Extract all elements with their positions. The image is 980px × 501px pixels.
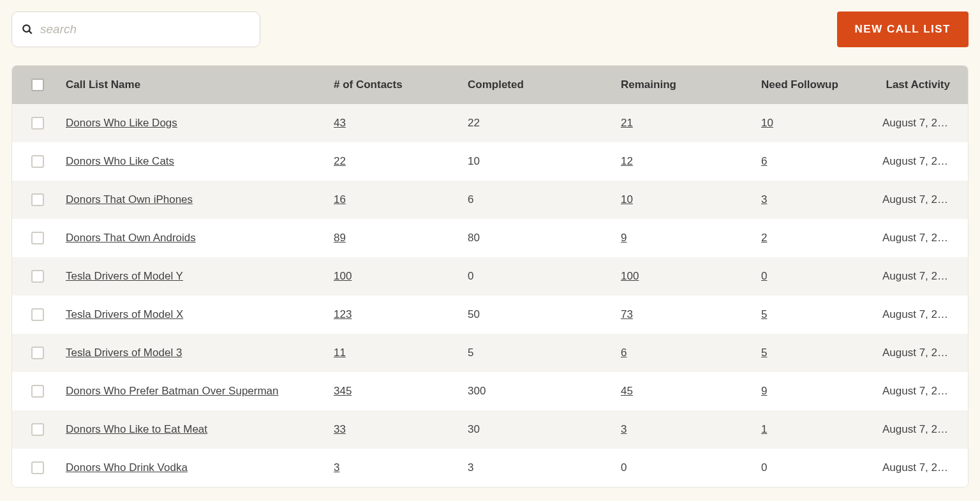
contacts-count-link[interactable]: 100 <box>334 270 352 282</box>
table-row: Donors Who Like Cats2210126August 7, 201… <box>12 142 968 181</box>
last-activity-date: August 7, 2018 <box>882 308 953 320</box>
call-list-name-link[interactable]: Donors Who Prefer Batman Over Superman <box>66 385 279 397</box>
call-list-name-link[interactable]: Donors Who Like Cats <box>66 155 174 167</box>
last-activity-date: August 7, 2018 <box>882 461 953 474</box>
row-checkbox[interactable] <box>31 461 44 474</box>
contacts-count-link[interactable]: 11 <box>334 347 346 359</box>
row-checkbox[interactable] <box>31 385 44 398</box>
followup-count: 0 <box>761 461 767 474</box>
remaining-count-link[interactable]: 100 <box>621 270 639 282</box>
topbar: NEW CALL LIST <box>11 11 969 47</box>
last-activity-date: August 7, 2018 <box>882 232 953 244</box>
followup-count-link[interactable]: 5 <box>761 347 767 359</box>
row-checkbox[interactable] <box>31 347 44 359</box>
last-activity-date: August 7, 2018 <box>882 423 953 435</box>
completed-count: 5 <box>468 347 473 359</box>
table-row: Donors That Own Androids898092August 7, … <box>12 219 968 257</box>
col-header-remaining: Remaining <box>618 79 759 91</box>
followup-count-link[interactable]: 2 <box>761 232 767 244</box>
completed-count: 3 <box>468 461 473 474</box>
remaining-count-link[interactable]: 3 <box>621 423 627 435</box>
last-activity-date: August 7, 2018 <box>882 155 953 167</box>
table-row: Donors Who Prefer Batman Over Superman34… <box>12 372 968 410</box>
followup-count-link[interactable]: 1 <box>761 423 767 435</box>
last-activity-date: August 7, 2018 <box>882 117 953 129</box>
completed-count: 80 <box>468 232 480 244</box>
row-checkbox[interactable] <box>31 155 44 168</box>
row-checkbox[interactable] <box>31 270 44 283</box>
remaining-count-link[interactable]: 6 <box>621 347 627 359</box>
row-checkbox[interactable] <box>31 308 44 321</box>
svg-point-0 <box>23 25 30 32</box>
remaining-count-link[interactable]: 45 <box>621 385 633 397</box>
last-activity-date: August 7, 2018 <box>882 193 953 206</box>
search-icon <box>22 24 33 35</box>
completed-count: 30 <box>468 423 480 435</box>
remaining-count-link[interactable]: 73 <box>621 308 633 320</box>
row-checkbox[interactable] <box>31 232 44 244</box>
contacts-count-link[interactable]: 16 <box>334 193 346 206</box>
contacts-count-link[interactable]: 33 <box>334 423 346 435</box>
call-list-name-link[interactable]: Donors That Own Androids <box>66 232 196 244</box>
followup-count-link[interactable]: 5 <box>761 308 767 320</box>
completed-count: 22 <box>468 117 480 129</box>
contacts-count-link[interactable]: 3 <box>334 461 339 474</box>
remaining-count-link[interactable]: 10 <box>621 193 633 206</box>
row-checkbox[interactable] <box>31 423 44 436</box>
col-header-completed: Completed <box>465 79 618 91</box>
completed-count: 300 <box>468 385 486 397</box>
remaining-count-link[interactable]: 21 <box>621 117 633 129</box>
followup-count-link[interactable]: 6 <box>761 155 767 167</box>
table-row: Tesla Drivers of Model Y10001000August 7… <box>12 257 968 295</box>
call-list-name-link[interactable]: Donors Who Like Dogs <box>66 117 177 129</box>
table-header-row: Call List Name # of Contacts Completed R… <box>12 66 968 104</box>
col-header-last-activity: Last Activity <box>880 79 953 91</box>
followup-count-link[interactable]: 3 <box>761 193 767 206</box>
row-checkbox[interactable] <box>31 193 44 206</box>
col-header-contacts: # of Contacts <box>331 79 465 91</box>
last-activity-date: August 7, 2018 <box>882 385 953 397</box>
call-list-name-link[interactable]: Donors That Own iPhones <box>66 193 193 206</box>
col-header-name: Call List Name <box>63 79 331 91</box>
search-input[interactable] <box>11 11 260 47</box>
table-row: Tesla Drivers of Model X12350735August 7… <box>12 295 968 334</box>
contacts-count-link[interactable]: 43 <box>334 117 346 129</box>
last-activity-date: August 7, 2018 <box>882 270 953 282</box>
table-row: Donors Who Like Dogs43222110August 7, 20… <box>12 104 968 142</box>
remaining-count-link[interactable]: 9 <box>621 232 627 244</box>
call-list-table: Call List Name # of Contacts Completed R… <box>11 65 969 488</box>
completed-count: 0 <box>468 270 473 282</box>
table-row: Tesla Drivers of Model 311565August 7, 2… <box>12 334 968 372</box>
followup-count-link[interactable]: 9 <box>761 385 767 397</box>
call-list-name-link[interactable]: Tesla Drivers of Model X <box>66 308 183 320</box>
followup-count-link[interactable]: 10 <box>761 117 773 129</box>
last-activity-date: August 7, 2018 <box>882 347 953 359</box>
contacts-count-link[interactable]: 345 <box>334 385 352 397</box>
call-list-name-link[interactable]: Donors Who Drink Vodka <box>66 461 188 474</box>
table-row: Donors That Own iPhones166103August 7, 2… <box>12 181 968 219</box>
completed-count: 10 <box>468 155 480 167</box>
row-checkbox[interactable] <box>31 117 44 130</box>
completed-count: 6 <box>468 193 473 206</box>
table-row: Donors Who Drink Vodka3300August 7, 2018 <box>12 449 968 487</box>
col-header-followup: Need Followup <box>759 79 880 91</box>
search-wrap <box>11 11 260 47</box>
table-row: Donors Who Like to Eat Meat333031August … <box>12 410 968 449</box>
remaining-count: 0 <box>621 461 627 474</box>
completed-count: 50 <box>468 308 480 320</box>
contacts-count-link[interactable]: 89 <box>334 232 346 244</box>
followup-count-link[interactable]: 0 <box>761 270 767 282</box>
contacts-count-link[interactable]: 123 <box>334 308 352 320</box>
svg-line-1 <box>29 31 32 34</box>
contacts-count-link[interactable]: 22 <box>334 155 346 167</box>
call-list-name-link[interactable]: Donors Who Like to Eat Meat <box>66 423 207 435</box>
call-list-name-link[interactable]: Tesla Drivers of Model 3 <box>66 347 182 359</box>
select-all-checkbox[interactable] <box>31 79 44 91</box>
new-call-list-button[interactable]: NEW CALL LIST <box>837 11 969 47</box>
call-list-name-link[interactable]: Tesla Drivers of Model Y <box>66 270 183 282</box>
remaining-count-link[interactable]: 12 <box>621 155 633 167</box>
